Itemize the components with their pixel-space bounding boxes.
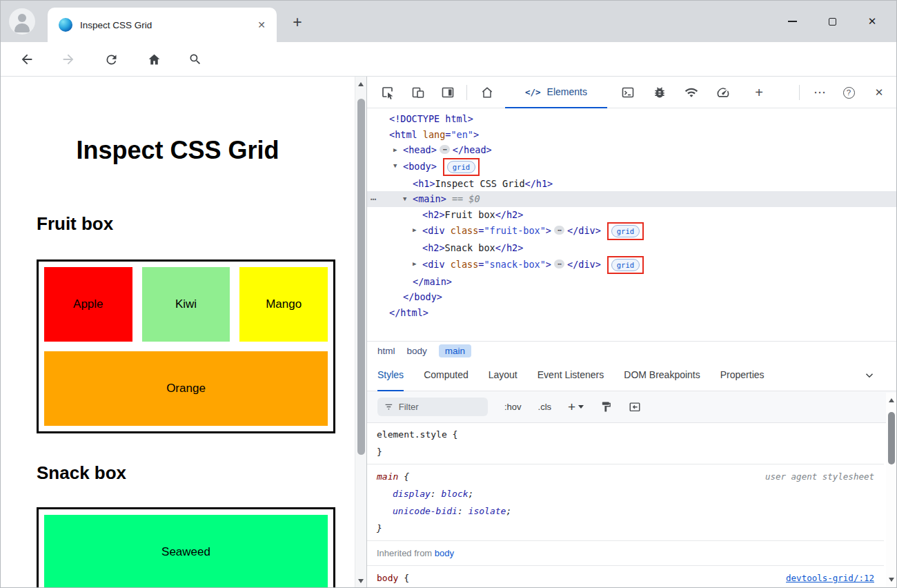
grid-badge[interactable]: grid xyxy=(447,161,475,173)
dom-tree-row[interactable]: <h2>Snack box</h2> xyxy=(367,240,897,256)
code-token: "fruit-box" xyxy=(484,225,545,236)
stylesheet-source-link[interactable]: devtools-grid/:12 xyxy=(786,569,874,587)
dom-tree-row[interactable]: <h2>Fruit box</h2> xyxy=(367,207,897,223)
tab-close-icon[interactable]: ✕ xyxy=(257,19,266,30)
class-state-button[interactable]: .cls xyxy=(538,402,552,412)
dom-tree-row[interactable]: <html lang="en"> xyxy=(367,127,897,143)
devtools-home-button[interactable] xyxy=(475,80,500,105)
devtools-help-button[interactable]: ? xyxy=(836,80,861,105)
collapse-arrow-icon[interactable]: ▼ xyxy=(403,191,406,207)
dom-tree-row[interactable]: <!DOCTYPE html> xyxy=(367,111,897,127)
css-token: body xyxy=(377,573,398,583)
dom-tree-row[interactable]: ▶<div class="fruit-box">⋯</div>grid xyxy=(367,222,897,240)
caret-down-icon[interactable] xyxy=(578,405,584,409)
breadcrumb-item-body[interactable]: body xyxy=(407,346,427,356)
filter-icon xyxy=(384,402,393,412)
code-token: <h2> xyxy=(422,242,445,253)
add-tools-button[interactable]: + xyxy=(747,80,771,105)
forward-button[interactable] xyxy=(55,46,82,73)
console-button[interactable] xyxy=(615,80,640,105)
search-icon xyxy=(188,52,202,66)
grid-badge[interactable]: grid xyxy=(611,259,640,271)
home-icon xyxy=(480,86,494,99)
tab-layout[interactable]: Layout xyxy=(489,360,518,391)
expand-arrow-icon[interactable]: ▶ xyxy=(393,142,397,158)
search-button[interactable] xyxy=(181,46,209,73)
grid-badge[interactable]: grid xyxy=(611,225,640,237)
annotation-red-box: grid xyxy=(607,222,644,240)
expand-arrow-icon[interactable]: ▶ xyxy=(413,256,416,272)
styles-row-prop[interactable]: unicode-bidi: isolate; xyxy=(367,502,884,520)
row-menu-icon[interactable]: ⋯ xyxy=(371,191,375,207)
css-token: { xyxy=(398,471,409,482)
avatar-person-icon xyxy=(14,23,30,32)
window-close-button[interactable]: ✕ xyxy=(852,1,892,42)
issues-bug-button[interactable] xyxy=(647,80,672,105)
scroll-down-icon[interactable] xyxy=(889,578,894,582)
dom-tree-row[interactable]: ⋯▼<main> == $0 xyxy=(367,191,897,207)
back-button[interactable] xyxy=(13,46,41,73)
code-token: </main> xyxy=(413,276,452,287)
dock-side-button[interactable] xyxy=(435,80,460,105)
tab-properties[interactable]: Properties xyxy=(720,360,765,391)
maximize-button[interactable] xyxy=(812,1,852,42)
collapse-arrow-icon[interactable]: ▼ xyxy=(393,158,397,174)
inline-expand-icon[interactable]: ⋯ xyxy=(554,259,564,268)
performance-button[interactable] xyxy=(711,80,736,105)
styles-row-prop[interactable]: display: block; xyxy=(367,485,884,502)
styles-scrollbar[interactable] xyxy=(886,393,897,587)
hover-state-button[interactable]: :hov xyxy=(504,402,522,412)
dom-tree-row[interactable]: </main> xyxy=(367,274,897,290)
code-token: Inspect CSS Grid xyxy=(435,178,525,189)
scroll-up-icon[interactable] xyxy=(889,398,894,402)
network-conditions-button[interactable] xyxy=(679,80,704,105)
minimize-icon xyxy=(788,21,797,22)
css-token: element.style xyxy=(377,429,447,440)
scroll-up-icon[interactable] xyxy=(358,82,364,86)
toolbar-divider xyxy=(466,85,467,100)
minimize-button[interactable] xyxy=(772,1,812,42)
filter-input-wrap[interactable] xyxy=(377,398,488,416)
breadcrumb-item-main[interactable]: main xyxy=(439,344,471,357)
dom-tree-row[interactable]: <h1>Inspect CSS Grid</h1> xyxy=(367,176,897,192)
styles-scrollbar-thumb[interactable] xyxy=(888,412,895,464)
dom-tree-row[interactable]: ▼<body>grid xyxy=(367,158,897,176)
new-style-rule-button[interactable]: + xyxy=(568,400,575,415)
dom-tree-row[interactable]: ▶<div class="snack-box">⋯</div>grid xyxy=(367,256,897,274)
filter-input[interactable] xyxy=(399,402,481,412)
device-emulation-button[interactable] xyxy=(406,80,431,105)
dom-tree-row[interactable]: ▶<head>⋯</head> xyxy=(367,142,897,158)
snack-box-heading: Snack box xyxy=(37,462,355,484)
tab-styles[interactable]: Styles xyxy=(377,360,404,391)
inherited-node-link[interactable]: body xyxy=(435,548,454,558)
sidebar-toggle-button[interactable] xyxy=(629,401,641,413)
paint-roller-button[interactable] xyxy=(600,401,612,413)
refresh-button[interactable] xyxy=(97,46,125,73)
tab-elements[interactable]: </> Elements xyxy=(505,77,607,108)
inspect-element-button[interactable] xyxy=(375,80,400,105)
code-token: </div> xyxy=(567,225,601,236)
profile-avatar[interactable] xyxy=(9,8,35,35)
css-token: { xyxy=(398,573,409,583)
tab-computed[interactable]: Computed xyxy=(424,360,469,391)
page-scrollbar-thumb[interactable] xyxy=(357,99,365,455)
styles-row-close: } xyxy=(367,520,884,537)
dom-tree-row[interactable]: </html> xyxy=(367,305,897,321)
devtools-more-button[interactable]: ⋯ xyxy=(807,80,832,105)
expand-arrow-icon[interactable]: ▶ xyxy=(413,222,416,238)
dom-tree-row[interactable]: </body> xyxy=(367,289,897,305)
styles-row-rule-head: main {user agent stylesheet xyxy=(367,468,884,485)
page-scrollbar[interactable] xyxy=(355,77,366,588)
inline-expand-icon[interactable]: ⋯ xyxy=(554,226,564,235)
breadcrumb-item-html[interactable]: html xyxy=(377,346,395,356)
browser-tab[interactable]: Inspect CSS Grid ✕ xyxy=(48,8,277,42)
new-tab-button[interactable]: + xyxy=(286,11,308,33)
inline-expand-icon[interactable]: ⋯ xyxy=(440,145,450,154)
chevron-down-icon[interactable] xyxy=(863,369,876,384)
scroll-down-icon[interactable] xyxy=(358,579,364,583)
tab-event-listeners[interactable]: Event Listeners xyxy=(538,360,604,391)
title-bar: Inspect CSS Grid ✕ + ✕ xyxy=(1,1,896,42)
tab-dom-breakpoints[interactable]: DOM Breakpoints xyxy=(624,360,700,391)
home-button[interactable] xyxy=(140,46,168,73)
devtools-close-button[interactable]: ✕ xyxy=(867,80,891,105)
